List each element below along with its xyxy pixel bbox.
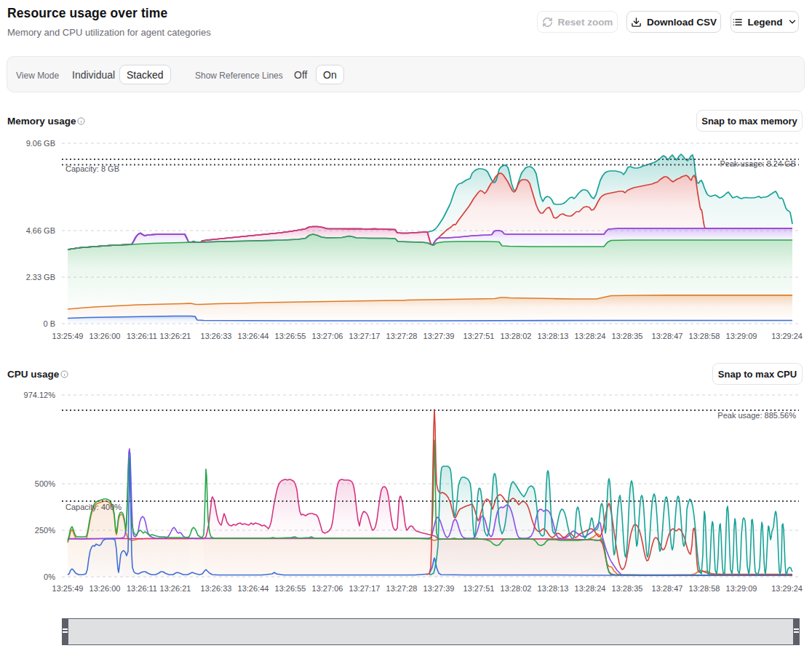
svg-text:13:28:35: 13:28:35 xyxy=(612,584,643,593)
svg-text:13:28:47: 13:28:47 xyxy=(652,332,683,340)
svg-text:13:27:51: 13:27:51 xyxy=(463,584,495,593)
svg-text:13:27:06: 13:27:06 xyxy=(312,332,343,340)
svg-text:13:25:49: 13:25:49 xyxy=(52,332,84,340)
svg-text:13:28:13: 13:28:13 xyxy=(538,332,569,340)
svg-text:0 B: 0 B xyxy=(43,319,55,328)
svg-text:13:26:44: 13:26:44 xyxy=(238,584,269,593)
svg-text:4.66 GB: 4.66 GB xyxy=(26,226,55,235)
svg-text:13:26:21: 13:26:21 xyxy=(160,584,191,593)
svg-text:13:26:00: 13:26:00 xyxy=(89,584,121,593)
svg-text:13:27:17: 13:27:17 xyxy=(349,332,381,340)
svg-text:13:26:21: 13:26:21 xyxy=(160,332,191,340)
svg-text:13:28:02: 13:28:02 xyxy=(501,584,532,593)
svg-text:974.12%: 974.12% xyxy=(24,391,56,399)
svg-text:Capacity: 8 GB: Capacity: 8 GB xyxy=(65,164,119,173)
svg-text:13:27:06: 13:27:06 xyxy=(312,584,343,593)
svg-text:500%: 500% xyxy=(35,479,55,488)
svg-text:13:29:24: 13:29:24 xyxy=(771,584,803,593)
svg-text:13:26:44: 13:26:44 xyxy=(238,332,269,340)
svg-text:13:26:33: 13:26:33 xyxy=(201,332,232,340)
svg-text:13:28:58: 13:28:58 xyxy=(689,584,720,593)
svg-text:9.06 GB: 9.06 GB xyxy=(26,139,55,148)
svg-text:0%: 0% xyxy=(44,572,55,581)
svg-text:13:29:24: 13:29:24 xyxy=(771,332,803,340)
svg-text:13:28:47: 13:28:47 xyxy=(652,584,683,593)
svg-text:13:26:55: 13:26:55 xyxy=(275,584,306,593)
svg-text:13:27:28: 13:27:28 xyxy=(386,584,418,593)
svg-text:13:26:11: 13:26:11 xyxy=(127,332,157,340)
svg-text:Capacity: 400%: Capacity: 400% xyxy=(65,503,122,511)
svg-text:13:27:17: 13:27:17 xyxy=(349,584,381,593)
svg-text:Peak usage: 8.24 GB: Peak usage: 8.24 GB xyxy=(720,159,796,168)
svg-text:13:29:09: 13:29:09 xyxy=(726,584,757,593)
svg-text:2.33 GB: 2.33 GB xyxy=(26,273,55,281)
svg-text:13:28:24: 13:28:24 xyxy=(575,584,606,593)
svg-text:13:26:00: 13:26:00 xyxy=(89,332,121,340)
svg-text:13:27:39: 13:27:39 xyxy=(423,332,455,340)
svg-text:13:28:02: 13:28:02 xyxy=(501,332,532,340)
svg-text:13:26:55: 13:26:55 xyxy=(275,332,306,340)
svg-text:13:27:51: 13:27:51 xyxy=(463,332,495,340)
svg-text:13:28:24: 13:28:24 xyxy=(575,332,606,340)
svg-text:13:26:33: 13:26:33 xyxy=(201,584,232,593)
svg-text:Peak usage: 885.56%: Peak usage: 885.56% xyxy=(717,411,796,420)
svg-text:13:27:28: 13:27:28 xyxy=(386,332,418,340)
svg-text:13:29:09: 13:29:09 xyxy=(726,332,757,340)
svg-text:250%: 250% xyxy=(35,526,55,535)
svg-text:13:26:11: 13:26:11 xyxy=(127,584,157,593)
svg-text:13:27:39: 13:27:39 xyxy=(423,584,455,593)
svg-text:13:25:49: 13:25:49 xyxy=(52,584,84,593)
svg-text:13:28:35: 13:28:35 xyxy=(612,332,643,340)
svg-text:13:28:13: 13:28:13 xyxy=(538,584,569,593)
svg-text:13:28:58: 13:28:58 xyxy=(689,332,720,340)
